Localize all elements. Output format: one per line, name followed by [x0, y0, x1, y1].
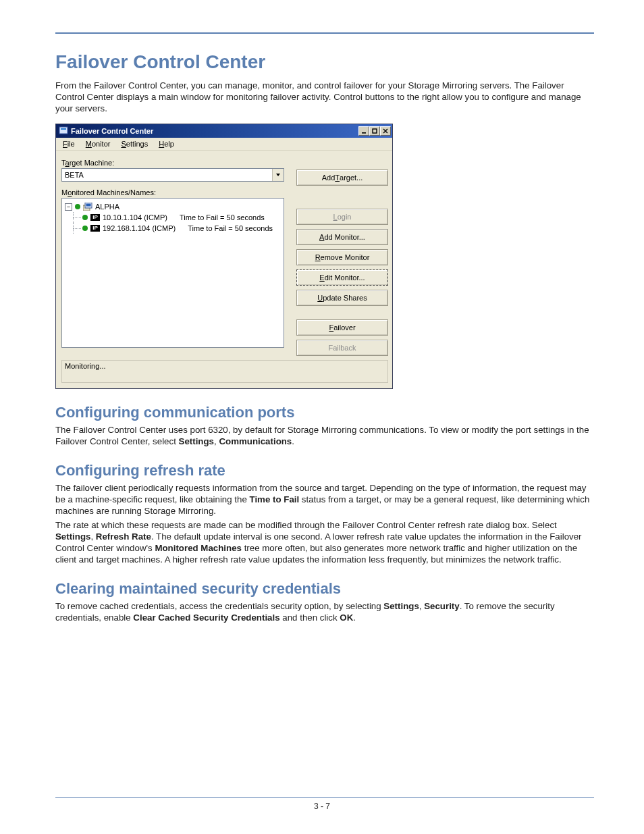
section-heading-comm: Configuring communication ports	[55, 404, 594, 421]
section-heading-refresh: Configuring refresh rate	[55, 462, 594, 479]
add-monitor-button[interactable]: Add Monitor...	[296, 229, 388, 245]
menu-monitor[interactable]: Monitor	[82, 139, 115, 149]
section-refresh-p2: The rate at which these requests are mad…	[55, 519, 594, 565]
maximize-button[interactable]	[369, 126, 380, 136]
tree-root-label: ALPHA	[95, 201, 119, 212]
target-machine-input[interactable]	[62, 169, 272, 181]
page-title: Failover Control Center	[55, 51, 594, 73]
page-number: 3 - 7	[0, 802, 644, 811]
menu-settings[interactable]: Settings	[117, 139, 152, 149]
target-machine-combo[interactable]	[61, 168, 284, 182]
tree-time-label: Time to Fail = 50 seconds	[170, 212, 265, 223]
status-dot-icon	[82, 226, 88, 231]
close-button[interactable]	[380, 126, 391, 136]
remove-monitor-button[interactable]: Remove Monitor	[296, 249, 388, 265]
status-dot-icon	[75, 204, 80, 209]
minimize-button[interactable]	[358, 126, 369, 136]
ip-icon: IP	[90, 214, 100, 221]
svg-rect-1	[61, 128, 66, 130]
page-intro: From the Failover Control Center, you ca…	[55, 80, 594, 114]
update-shares-button[interactable]: Update Shares	[296, 290, 388, 306]
svg-marker-4	[276, 174, 280, 176]
svg-rect-3	[373, 129, 377, 133]
menubar: File Monitor Settings Help	[56, 138, 392, 151]
menu-file[interactable]: File	[59, 139, 79, 149]
tree-ip-label: 192.168.1.104 (ICMP)	[103, 223, 176, 234]
section-security-p1: To remove cached credentials, access the…	[55, 600, 594, 623]
tree-row[interactable]: IP 192.168.1.104 (ICMP) Time to Fail = 5…	[65, 223, 281, 234]
chevron-down-icon[interactable]	[272, 169, 284, 181]
login-button[interactable]: Login	[296, 209, 388, 225]
titlebar-text: Failover Control Center	[68, 127, 358, 135]
menu-help[interactable]: Help	[155, 139, 178, 149]
status-bar: Monitoring...	[61, 360, 388, 383]
section-comm-p1: The Failover Control Center uses port 63…	[55, 424, 594, 447]
monitored-machines-tree[interactable]: − ALPHA	[61, 198, 284, 348]
tree-ip-label: 10.10.1.104 (ICMP)	[103, 212, 167, 223]
top-border	[55, 32, 594, 34]
svg-rect-7	[86, 204, 91, 207]
tree-root[interactable]: − ALPHA	[65, 201, 281, 212]
monitored-machines-label: Monitored Machines/Names:	[61, 188, 284, 197]
footer-border	[55, 797, 594, 798]
failover-button[interactable]: Failover	[296, 319, 388, 336]
add-target-button[interactable]: Add Target...	[296, 170, 388, 186]
app-icon	[59, 126, 68, 136]
tree-time-label: Time to Fail = 50 seconds	[178, 223, 273, 234]
failback-button[interactable]: Failback	[296, 340, 388, 356]
status-dot-icon	[82, 215, 88, 220]
section-heading-security: Clearing maintained security credentials	[55, 580, 594, 598]
svg-rect-2	[362, 132, 366, 134]
tree-expander-icon[interactable]: −	[65, 203, 72, 211]
edit-monitor-button[interactable]: Edit Monitor...	[296, 269, 388, 286]
titlebar[interactable]: Failover Control Center	[56, 124, 392, 138]
target-machine-label: Target Machine:	[61, 159, 284, 167]
svg-rect-0	[59, 127, 68, 134]
app-window: Failover Control Center File Monitor Set…	[55, 124, 393, 389]
tree-row[interactable]: IP 10.10.1.104 (ICMP) Time to Fail = 50 …	[65, 212, 281, 223]
ip-icon: IP	[90, 225, 100, 232]
status-text: Monitoring...	[65, 362, 106, 370]
section-refresh-p1: The failover client periodically request…	[55, 482, 594, 517]
host-icon	[83, 203, 92, 211]
